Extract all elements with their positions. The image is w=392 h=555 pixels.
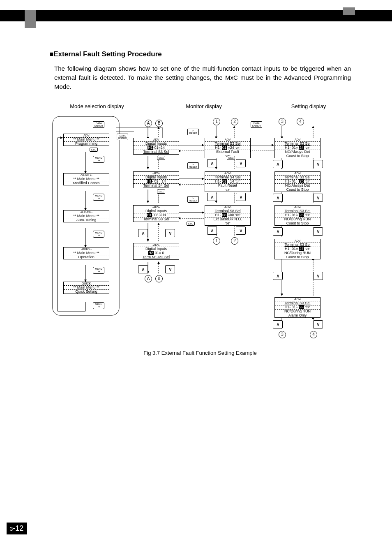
down-key: ∨ bbox=[236, 193, 246, 201]
down-key: ∨ bbox=[236, 159, 246, 167]
up-key: ∧ bbox=[138, 229, 148, 237]
circle-3: 3 bbox=[279, 118, 286, 125]
down-key: ∨ bbox=[313, 160, 323, 168]
menu-key: MENU➔ bbox=[93, 302, 104, 309]
top-black-bar bbox=[0, 10, 392, 21]
disp-set-2: -ADV- Terminal S3 Sel H1- 01= 26 "24" NO… bbox=[274, 205, 321, 226]
circle-2: 2 bbox=[231, 237, 238, 245]
down-key: ∨ bbox=[165, 229, 175, 237]
esc-key: ESC bbox=[157, 190, 165, 194]
up-key: ∧ bbox=[273, 160, 283, 168]
circle-A: A bbox=[145, 120, 152, 127]
down-key: ∨ bbox=[165, 265, 175, 273]
reset-key: > RESET bbox=[187, 196, 199, 203]
label-mode: Mode selection display bbox=[60, 103, 134, 109]
data-enter-key: DATA ENTER bbox=[117, 134, 128, 140]
reset-key: > RESET bbox=[187, 162, 199, 169]
disp-mode-0: -ADV- ** Main Menu ** Programming bbox=[63, 134, 109, 146]
esc-key: ESC bbox=[187, 222, 195, 226]
disp-set-0: -ADV- Terminal S3 Sel H1- 01= 24 "24" NO… bbox=[274, 138, 321, 158]
circle-A: A bbox=[145, 275, 152, 282]
disp-mode-2: -A.TUNE- ** Main Menu ** Auto-Tuning bbox=[63, 210, 109, 222]
down-key: ∨ bbox=[313, 227, 323, 236]
menu-key: MENU➔ bbox=[93, 231, 104, 238]
esc-key: ESC bbox=[157, 156, 165, 160]
down-key: ∨ bbox=[313, 272, 323, 280]
circle-3: 3 bbox=[279, 331, 286, 338]
down-key: ∨ bbox=[313, 320, 323, 328]
circle-1: 1 bbox=[213, 118, 220, 125]
disp-mon-0: -ADV- Terminal S3 Sel H1- 01 =24 "24" Ex… bbox=[205, 138, 251, 158]
down-key: ∨ bbox=[313, 194, 323, 202]
circle-B: B bbox=[155, 120, 163, 127]
disp-mode-4: -QUICK- ** Main Menu ** Quick Setting bbox=[63, 282, 109, 294]
diagram: Mode selection display Monitor display S… bbox=[52, 103, 356, 342]
disp-mode-3: -DRIVE- ** Main Menu ** Operation bbox=[63, 247, 109, 259]
figure-caption: Fig 3.7 External Fault Function Setting … bbox=[49, 350, 351, 356]
label-monitor: Monitor display bbox=[171, 103, 237, 109]
circle-4: 4 bbox=[310, 331, 317, 338]
up-key: ∧ bbox=[207, 227, 217, 235]
up-key: ∧ bbox=[273, 194, 283, 202]
section-title: ■External Fault Setting Procedure bbox=[49, 50, 351, 58]
up-key: ∧ bbox=[138, 265, 148, 273]
disp-mon-1: -ADV- Terminal S4 Sel H1- 02 =14 "14" Fa… bbox=[205, 171, 251, 192]
esc-key: ESC bbox=[227, 156, 235, 160]
disp-mid-0: -ADV- Digital Inputs H1-01=24 Terminal S… bbox=[133, 138, 179, 155]
esc-key: ESC bbox=[90, 148, 98, 152]
disp-f: Programming bbox=[64, 141, 109, 146]
down-key: ∨ bbox=[236, 227, 246, 235]
circle-2: 2 bbox=[231, 118, 238, 125]
data-enter-key: DATA ENTER bbox=[93, 121, 104, 128]
disp-mid-2: -ADV- Digital Inputs H1- 08 =08 Terminal… bbox=[133, 205, 179, 222]
menu-key: MENU➔ bbox=[93, 194, 104, 201]
disp-set-4: -ADV- Terminal S3 Sel H1- 01= 2F "24" NC… bbox=[274, 297, 321, 318]
circle-4: 4 bbox=[297, 118, 304, 125]
disp-set-1: -ADV- Terminal S3 Sel H1- 01= 25 "24" NC… bbox=[274, 171, 321, 192]
reset-key: > RESET bbox=[187, 129, 199, 135]
data-enter-key: DATA ENTER bbox=[251, 121, 262, 128]
left-grey-tab bbox=[25, 10, 36, 28]
disp-m: ** Main Menu ** bbox=[64, 138, 109, 141]
up-key: ∧ bbox=[273, 320, 283, 328]
section-paragraph: The following diagram shows how to set o… bbox=[54, 64, 351, 91]
up-key: ∧ bbox=[273, 227, 283, 236]
disp-mid-3: -ADV- Digital Inputs H2-01= 0 Term M1-M2… bbox=[133, 243, 179, 260]
menu-key: MENU➔ bbox=[93, 156, 104, 163]
top-side-bookmark bbox=[343, 7, 355, 15]
disp-mode-1: -VERIFY- ** Main Menu ** Modified Consts bbox=[63, 173, 109, 185]
up-key: ∧ bbox=[273, 272, 283, 280]
disp-mid-1: -ADV- Digital Inputs H1- 02 =14 Terminal… bbox=[133, 171, 179, 188]
menu-key: MENU➔ bbox=[93, 267, 104, 274]
up-key: ∧ bbox=[207, 159, 217, 167]
disp-mon-2: -ADV- Terminal S8 Sel H1- 08 =08 "08" Ex… bbox=[205, 205, 251, 226]
circle-1: 1 bbox=[213, 237, 220, 245]
up-key: ∧ bbox=[207, 193, 217, 201]
label-setting: Setting display bbox=[276, 103, 341, 109]
disp-set-3: -ADV- Terminal S3 Sel H1- 01= 27 "24" NC… bbox=[274, 239, 321, 259]
circle-B: B bbox=[155, 275, 163, 282]
